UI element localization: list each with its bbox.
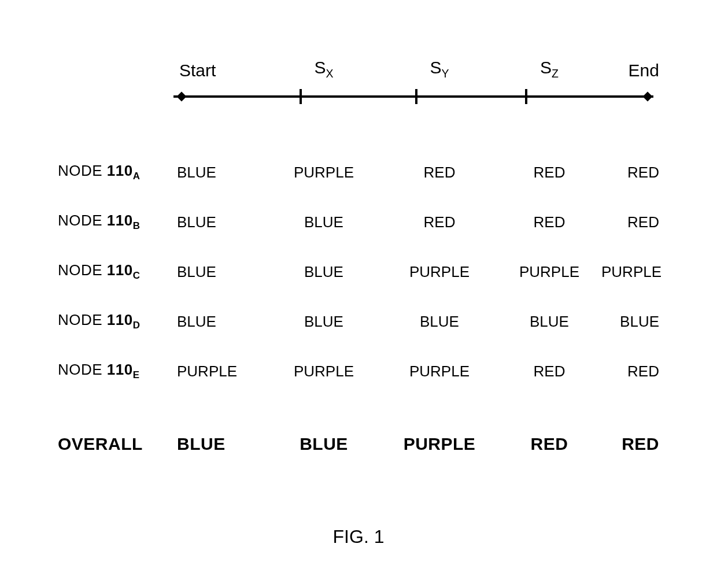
timeline [173,84,653,119]
timeline-label-end-text: End [629,61,659,80]
figure-caption: FIG. 1 [0,526,717,548]
cell: BLUE [266,313,382,331]
node-sub: A [133,171,141,182]
timeline-label-start-text: Start [179,61,216,80]
table-row: NODE 110E PURPLE PURPLE PURPLE RED RED [58,346,659,396]
node-name: 110 [107,311,133,328]
node-label-d: NODE 110D [58,311,173,331]
cell: RED [601,164,659,182]
node-label-a: NODE 110A [58,162,173,182]
table-row: NODE 110D BLUE BLUE BLUE BLUE BLUE [58,297,659,346]
cell: RED [497,164,601,182]
cell: BLUE [497,313,601,331]
page: Start SX SY SZ End [0,0,717,588]
timeline-start-marker [177,92,187,102]
timeline-tick-sy [415,89,417,104]
timeline-line [173,95,653,98]
table-row: NODE 110A BLUE PURPLE RED RED RED [58,147,659,197]
diagram-content: Start SX SY SZ End [58,58,659,469]
timeline-label-sy: SY [382,58,497,84]
node-sub: C [133,271,141,282]
cell: BLUE [601,313,659,331]
cell: PURPLE [601,263,659,281]
cell: RED [382,164,497,182]
cell: BLUE [266,263,382,281]
timeline-labels-row: Start SX SY SZ End [58,58,659,84]
cell: BLUE [382,313,497,331]
timeline-label-sx: SX [266,58,382,84]
overall-label: OVERALL [58,434,173,454]
timeline-tick-sz [525,89,527,104]
node-name: 110 [107,162,133,179]
cell: RED [601,213,659,231]
node-sub: B [133,221,141,232]
cell: PURPLE [173,363,266,380]
cell: PURPLE [266,164,382,182]
node-name: 110 [107,361,133,378]
table-row: NODE 110C BLUE BLUE PURPLE PURPLE PURPLE [58,247,659,297]
node-prefix: NODE [58,162,107,179]
node-label-e: NODE 110E [58,361,173,381]
cell: BLUE [173,213,266,231]
node-sub: E [133,370,140,381]
node-rows: NODE 110A BLUE PURPLE RED RED RED NODE 1… [58,147,659,396]
overall-row: OVERALL BLUE BLUE PURPLE RED RED [58,419,659,469]
node-label-b: NODE 110B [58,212,173,232]
cell: RED [497,363,601,380]
cell: RED [497,213,601,231]
overall-cell: BLUE [173,434,266,454]
node-prefix: NODE [58,361,107,378]
table-row: NODE 110B BLUE BLUE RED RED RED [58,197,659,247]
node-prefix: NODE [58,212,107,229]
node-name: 110 [107,212,133,229]
cell: PURPLE [497,263,601,281]
cell: BLUE [266,213,382,231]
timeline-label-end: End [601,61,659,84]
node-name: 110 [107,261,133,279]
cell: RED [601,363,659,380]
node-prefix: NODE [58,261,107,279]
timeline-end-marker [643,92,653,102]
timeline-tick-sx [300,89,302,104]
cell: BLUE [173,263,266,281]
cell: PURPLE [266,363,382,380]
cell: RED [382,213,497,231]
overall-cell: BLUE [266,434,382,454]
timeline-label-start: Start [173,61,266,84]
node-sub: D [133,320,141,331]
node-prefix: NODE [58,311,107,328]
overall-cell: RED [497,434,601,454]
overall-cell: RED [601,434,659,454]
overall-cell: PURPLE [382,434,497,454]
cell: PURPLE [382,363,497,380]
node-label-c: NODE 110C [58,261,173,282]
cell: PURPLE [382,263,497,281]
timeline-label-sz: SZ [497,58,601,84]
cell: BLUE [173,313,266,331]
cell: BLUE [173,164,266,182]
